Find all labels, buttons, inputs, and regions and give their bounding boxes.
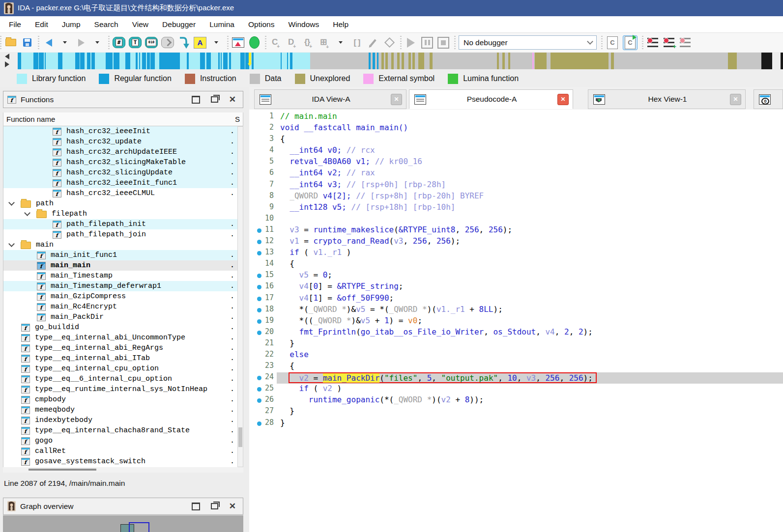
code-line-10[interactable]: 10 xyxy=(249,214,783,225)
navband-scroll-arrows[interactable] xyxy=(5,54,9,67)
menu-item-edit[interactable]: Edit xyxy=(28,18,55,31)
tab-pseudocode-a[interactable]: Pseudocode-A✕ xyxy=(409,89,573,109)
functions-horizontal-scrollbar[interactable] xyxy=(3,467,243,473)
tree-item-gosave_systemstack_switch[interactable]: fgosave_systemstack_switch. xyxy=(3,456,238,467)
tree-item-indexbytebody[interactable]: findexbytebody. xyxy=(3,415,238,425)
code-line-27[interactable]: 27 } xyxy=(249,406,783,418)
binary-010-button[interactable]: 010 xyxy=(145,36,158,50)
tree-item-type__eq_internal_abi_ITab[interactable]: ftype__eq_internal_abi_ITab. xyxy=(3,353,238,364)
tree-item-go_buildid[interactable]: fgo_buildid. xyxy=(3,322,238,333)
column-function-name[interactable]: Function name xyxy=(6,115,55,123)
debugger-selector[interactable]: No debugger xyxy=(459,35,597,50)
code-line-19[interactable]: 19 *((_QWORD *)&v5 + 1) = v0; xyxy=(249,316,783,327)
breakpoint-dot[interactable] xyxy=(257,297,261,301)
menu-item-search[interactable]: Search xyxy=(87,18,125,31)
script-c-run-button[interactable]: C xyxy=(623,36,638,50)
menu-item-debugger[interactable]: Debugger xyxy=(155,18,203,31)
tree-item-main_PackDir[interactable]: fmain_PackDir. xyxy=(3,312,238,322)
code-line-26[interactable]: 26 runtime_gopanic(*(_QWORD *)(v2 + 8)); xyxy=(249,395,783,406)
tree-item-type__eq_internal_cpu_option[interactable]: ftype__eq_internal_cpu_option. xyxy=(3,364,238,374)
tree-folder-path[interactable]: path xyxy=(3,198,238,209)
pseudocode-view[interactable]: 1// main.main2void __fastcall main_main(… xyxy=(249,110,783,532)
code-line-8[interactable]: 8 _QWORD v4[2]; // [rsp+8h] [rbp-20h] BY… xyxy=(249,191,783,202)
chevron-down-icon[interactable] xyxy=(8,199,15,206)
code-line-14[interactable]: 14 { xyxy=(249,259,783,270)
code-line-3[interactable]: 3{ xyxy=(249,134,783,145)
code-line-4[interactable]: 4 __int64 v0; // rcx xyxy=(249,145,783,157)
code-line-23[interactable]: 23 { xyxy=(249,361,783,372)
breakpoint-disable-button[interactable] xyxy=(679,36,692,50)
text-t-button[interactable]: T xyxy=(129,36,142,50)
add-array-grid-button[interactable]: ⊞+ xyxy=(318,36,331,50)
code-line-11[interactable]: 11 v3 = runtime_makeslice(&RTYPE_uint8, … xyxy=(249,225,783,236)
tree-item-main_Rc4Encrypt[interactable]: fmain_Rc4Encrypt. xyxy=(3,302,238,312)
tab-ida-view-a[interactable]: IDA View-A✕ xyxy=(254,89,406,109)
tree-folder-filepath[interactable]: filepath xyxy=(3,209,238,219)
menu-item-file[interactable]: File xyxy=(2,18,28,31)
tree-item-hash_crc32_ieeeInit_func1[interactable]: fhash_crc32_ieeeInit_func1. xyxy=(3,178,238,188)
graph-overview-canvas[interactable] xyxy=(3,515,243,532)
code-line-1[interactable]: 1// main.main xyxy=(249,112,783,123)
cascade-icon[interactable] xyxy=(211,96,218,103)
tree-item-type__eq_runtime_internal_sys_NotInHeap[interactable]: ftype__eq_runtime_internal_sys_NotInHeap… xyxy=(3,384,238,394)
lumina-green-button[interactable] xyxy=(248,36,261,50)
tree-folder-main[interactable]: main xyxy=(3,240,238,250)
close-icon[interactable]: ✕ xyxy=(229,96,236,103)
breakpoint-dot[interactable] xyxy=(257,240,261,244)
debug-stop-button[interactable] xyxy=(437,36,450,50)
tab-close-icon[interactable]: ✕ xyxy=(730,94,741,105)
forward-dropdown-button[interactable] xyxy=(91,36,104,50)
debug-play-button[interactable] xyxy=(405,36,417,50)
menu-item-options[interactable]: Options xyxy=(241,18,281,31)
navband-left-arrow-icon[interactable] xyxy=(5,54,9,59)
tab-close-icon[interactable]: ✕ xyxy=(391,94,402,105)
highlight-a-button[interactable]: A xyxy=(194,36,206,50)
breakpoint-dot[interactable] xyxy=(257,228,261,233)
code-line-7[interactable]: 7 __int64 v3; // [rsp+0h] [rbp-28h] xyxy=(249,180,783,191)
add-code-c-button[interactable]: C+ xyxy=(269,36,282,50)
functions-column-header[interactable]: Function name S xyxy=(3,112,243,126)
column-segment[interactable]: S xyxy=(235,115,240,123)
tree-item-main_Timestamp[interactable]: fmain_Timestamp. xyxy=(3,271,238,281)
code-line-2[interactable]: 2void __fastcall main_main() xyxy=(249,123,783,134)
functions-tree[interactable]: fhash_crc32_ieeeInit.fhash_crc32_update.… xyxy=(3,126,238,467)
tree-item-path_filepath_init[interactable]: fpath_filepath_init. xyxy=(3,219,238,229)
code-line-15[interactable]: 15 v5 = 0; xyxy=(249,270,783,281)
diamond-button[interactable] xyxy=(383,36,396,50)
tree-item-main_GzipCompress[interactable]: fmain_GzipCompress. xyxy=(3,291,238,302)
tree-item-type__eq_internal_abi_RegArgs[interactable]: ftype__eq_internal_abi_RegArgs. xyxy=(3,343,238,353)
tab-structures-partial[interactable] xyxy=(754,89,783,109)
code-line-18[interactable]: 18 *(_QWORD *)&v5 = *(_QWORD *)(v1._r1 +… xyxy=(249,305,783,316)
back-dropdown-button[interactable] xyxy=(58,36,71,50)
code-line-25[interactable]: 25 if ( v2 ) xyxy=(249,384,783,395)
breakpoint-dot[interactable] xyxy=(257,421,261,426)
menu-item-lumina[interactable]: Lumina xyxy=(203,18,241,31)
tree-item-hash_crc32_ieeeInit[interactable]: fhash_crc32_ieeeInit. xyxy=(3,126,238,137)
back-button[interactable] xyxy=(42,36,55,50)
tree-item-type__eq_internal_chacha8rand_State[interactable]: ftype__eq_internal_chacha8rand_State. xyxy=(3,425,238,436)
menu-item-windows[interactable]: Windows xyxy=(281,18,326,31)
ordinal-hash-button[interactable]: # xyxy=(113,36,125,50)
tree-item-hash_crc32_update[interactable]: fhash_crc32_update. xyxy=(3,137,238,147)
functions-vertical-scrollbar[interactable] xyxy=(237,126,243,467)
tab-hex-view-1[interactable]: Hex View-1✕ xyxy=(588,89,746,109)
tree-item-main_main[interactable]: fmain_main. xyxy=(3,260,238,271)
code-line-16[interactable]: 16 v4[0] = &RTYPE_string; xyxy=(249,281,783,293)
tree-item-hash_crc32_slicingUpdate[interactable]: fhash_crc32_slicingUpdate. xyxy=(3,168,238,178)
scrollbar-thumb[interactable] xyxy=(238,427,242,447)
jump-circle-button[interactable] xyxy=(161,36,174,50)
code-line-6[interactable]: 6 __int64 v2; // rax xyxy=(249,168,783,179)
maximize-icon[interactable] xyxy=(192,503,200,510)
code-line-5[interactable]: 5 retval_4B0A60 v1; // kr00_16 xyxy=(249,157,783,168)
graph-viewport-rect[interactable] xyxy=(129,522,149,532)
tree-item-type__eq_internal_abi_UncommonType[interactable]: ftype__eq_internal_abi_UncommonType. xyxy=(3,333,238,343)
menu-item-view[interactable]: View xyxy=(125,18,155,31)
navband-right-arrow-icon[interactable] xyxy=(5,61,9,67)
code-line-9[interactable]: 9 __int128 v5; // [rsp+18h] [rbp-10h] xyxy=(249,202,783,214)
tree-item-main_Timestamp_deferwrap1[interactable]: fmain_Timestamp_deferwrap1. xyxy=(3,281,238,291)
tree-item-cmpbody[interactable]: fcmpbody. xyxy=(3,394,238,405)
breakpoint-dot[interactable] xyxy=(257,308,261,312)
edit-pencil-button[interactable] xyxy=(367,36,379,50)
tree-item-memeqbody[interactable]: fmemeqbody. xyxy=(3,405,238,415)
save-button[interactable] xyxy=(21,36,33,50)
